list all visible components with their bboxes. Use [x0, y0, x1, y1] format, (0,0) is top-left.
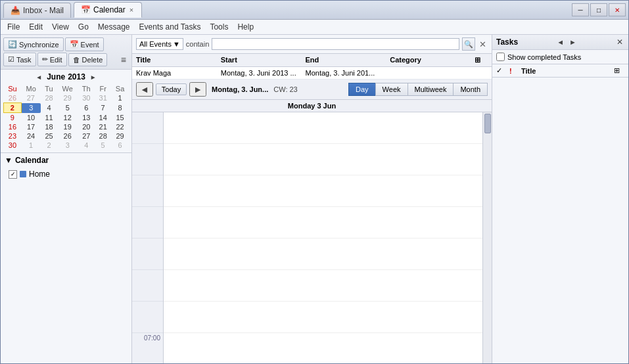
maximize-button[interactable]: □	[590, 3, 607, 16]
event-icon: 📅	[70, 40, 79, 49]
mini-cal-day[interactable]: 13	[78, 113, 95, 123]
mini-cal-day[interactable]: 24	[21, 131, 41, 141]
close-button[interactable]: ✕	[609, 3, 626, 16]
tab-week[interactable]: Week	[375, 83, 408, 96]
mini-cal-day[interactable]: 5	[57, 103, 78, 113]
mini-cal-day[interactable]: 28	[95, 131, 111, 141]
tasks-nav-next[interactable]: ►	[567, 37, 578, 47]
scrollbar-thumb[interactable]	[484, 114, 491, 133]
show-completed-label: Show completed Tasks	[507, 53, 581, 61]
scrollbar[interactable]	[482, 112, 492, 363]
mini-cal-day[interactable]: 9	[4, 113, 22, 123]
mini-cal-day[interactable]: 6	[111, 141, 129, 150]
mini-cal-day[interactable]: 30	[4, 141, 22, 150]
edit-button[interactable]: ✏ Edit	[37, 53, 67, 66]
mini-cal-day[interactable]: 14	[95, 113, 111, 123]
mini-cal-prev[interactable]: ◄	[34, 73, 44, 81]
tasks-nav-prev[interactable]: ◄	[555, 37, 566, 47]
mini-cal-day[interactable]: 26	[4, 93, 22, 103]
delete-button[interactable]: 🗑 Delete	[68, 53, 108, 66]
mini-cal-day[interactable]: 1	[111, 93, 129, 103]
menu-view[interactable]: View	[48, 21, 73, 33]
event-title: Krav Maga	[136, 69, 221, 77]
mini-cal-day[interactable]: 28	[41, 93, 57, 103]
mini-cal-day[interactable]: 11	[41, 113, 57, 123]
mini-cal-day[interactable]: 12	[57, 113, 78, 123]
mini-cal-next[interactable]: ►	[88, 73, 99, 81]
mini-cal-day[interactable]: 29	[111, 131, 129, 141]
mini-cal-day[interactable]: 5	[95, 141, 111, 150]
menu-file[interactable]: File	[3, 21, 24, 33]
tab-inbox[interactable]: 📥 Inbox - Mail	[3, 3, 71, 18]
mini-cal-day[interactable]: 3	[21, 103, 41, 113]
day-view: Monday 3 Jun 07:00 08:00	[132, 100, 492, 363]
mini-cal-day[interactable]: 10	[21, 113, 41, 123]
time-slot-empty6	[132, 270, 163, 302]
sync-label: Synchronize	[19, 41, 59, 49]
today-button[interactable]: Today	[156, 83, 187, 95]
minimize-button[interactable]: ─	[572, 3, 589, 16]
mini-cal-day[interactable]: 15	[111, 113, 129, 123]
mini-cal-day[interactable]: 16	[4, 122, 22, 131]
mini-cal-day[interactable]: 8	[111, 103, 129, 113]
search-close-button[interactable]: ✕	[478, 39, 488, 49]
task-button[interactable]: ☑ Task	[3, 53, 36, 66]
mini-cal-day[interactable]: 17	[21, 122, 41, 131]
calendar-home-checkbox[interactable]: ✓	[9, 170, 17, 179]
mini-cal-day[interactable]: 4	[41, 103, 57, 113]
mini-cal-day[interactable]: 3	[57, 141, 78, 150]
mini-cal-day[interactable]: 22	[111, 122, 129, 131]
events-column[interactable]	[164, 112, 482, 363]
event-list-row[interactable]: Krav Maga Montag, 3. Juni 2013 ... Monta…	[132, 67, 492, 80]
menu-edit[interactable]: Edit	[25, 21, 47, 33]
day-view-header: Monday 3 Jun	[132, 100, 492, 112]
mini-cal-day[interactable]: 20	[78, 122, 95, 131]
event-button[interactable]: 📅 Event	[65, 37, 104, 51]
time-column: 07:00 08:00	[132, 112, 164, 363]
events-slot-8	[164, 333, 482, 363]
sync-button[interactable]: 🔄 Synchronize	[3, 37, 64, 51]
left-toolbar: 🔄 Synchronize 📅 Event ☑ Task ✏ Edit 🗑	[1, 35, 131, 70]
mini-cal-day[interactable]: 27	[21, 93, 41, 103]
search-button[interactable]: 🔍	[462, 37, 475, 51]
mini-cal-day[interactable]: 6	[78, 103, 95, 113]
mini-cal-day[interactable]: 26	[57, 131, 78, 141]
tab-day[interactable]: Day	[348, 83, 376, 96]
tasks-close-button[interactable]: ✕	[615, 37, 624, 47]
mini-cal-day[interactable]: 21	[95, 122, 111, 131]
mini-cal-day[interactable]: 27	[78, 131, 95, 141]
mini-cal-day[interactable]: 30	[78, 93, 95, 103]
cal-next-button[interactable]: ►	[189, 82, 206, 97]
hamburger-button[interactable]: ≡	[118, 53, 129, 66]
tab-close-button[interactable]: ×	[128, 6, 135, 14]
mini-cal-day[interactable]: 29	[57, 93, 78, 103]
mini-cal-day[interactable]: 19	[57, 122, 78, 131]
mini-cal-day[interactable]: 1	[21, 141, 41, 150]
mini-cal-day[interactable]: 18	[41, 122, 57, 131]
tab-month[interactable]: Month	[453, 83, 488, 96]
tab-inbox-label: Inbox - Mail	[23, 6, 64, 15]
menu-help[interactable]: Help	[233, 21, 258, 33]
mini-cal-day[interactable]: 4	[78, 141, 95, 150]
tasks-show-completed: Show completed Tasks	[492, 50, 628, 64]
cal-nav-bar: ◄ Today ► Montag, 3. Jun... CW: 23 Day W…	[132, 80, 492, 100]
mini-cal-day[interactable]: 31	[95, 93, 111, 103]
menu-go[interactable]: Go	[74, 21, 93, 33]
tab-calendar[interactable]: 📅 Calendar ×	[74, 2, 142, 18]
mini-cal-day[interactable]: 23	[4, 131, 22, 141]
menu-message[interactable]: Message	[94, 21, 134, 33]
search-input[interactable]	[212, 38, 459, 50]
mini-cal-month: June	[47, 72, 65, 81]
cal-prev-button[interactable]: ◄	[136, 82, 153, 97]
show-completed-checkbox[interactable]	[496, 53, 505, 61]
mini-cal-day[interactable]: 7	[95, 103, 111, 113]
events-dropdown[interactable]: All Events ▼	[136, 38, 183, 50]
mini-cal-day[interactable]: 25	[41, 131, 57, 141]
mini-cal-day[interactable]: 2	[4, 103, 22, 113]
calendar-section-header[interactable]: ▼ Calendar	[1, 152, 131, 168]
mini-cal-year: 2013	[68, 72, 85, 81]
mini-cal-day[interactable]: 2	[41, 141, 57, 150]
tab-multiweek[interactable]: Multiweek	[408, 83, 454, 96]
menu-events-tasks[interactable]: Events and Tasks	[135, 21, 205, 33]
menu-tools[interactable]: Tools	[206, 21, 232, 33]
